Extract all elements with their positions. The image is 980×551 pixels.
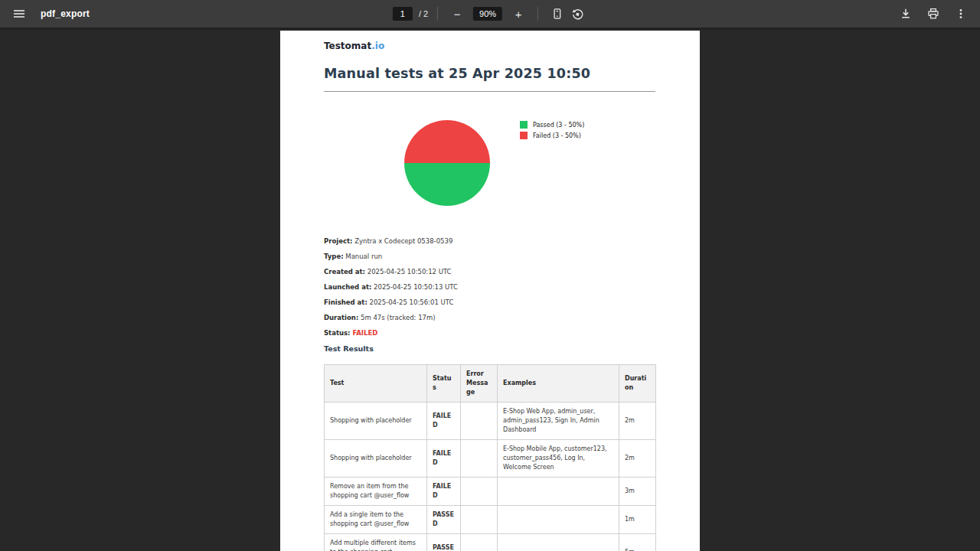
fit-to-page-icon [551, 8, 564, 20]
cell-error [461, 440, 498, 478]
logo-suffix: .io [371, 41, 384, 51]
detail-line: Created at: 2025-04-25 10:50:12 UTC [324, 269, 655, 276]
test-results-table: TestStatusError MessageExamplesDuration … [324, 364, 656, 551]
cell-status: PASSED [427, 506, 461, 534]
cell-test: Shopping with placeholder [325, 403, 427, 440]
cell-error [461, 478, 498, 506]
section-title: Test Results [324, 344, 374, 353]
cell-status: PASSED [427, 534, 461, 551]
toolbar-divider [537, 7, 538, 21]
page-number-input[interactable] [393, 7, 413, 21]
detail-line: Launched at: 2025-04-25 10:50:13 UTC [324, 284, 655, 291]
cell-test: Shopping with placeholder [325, 440, 427, 478]
rotate-counterclockwise-icon [571, 8, 584, 21]
table-row: Add multiple different items to the shop… [325, 534, 656, 551]
legend-swatch-icon [520, 121, 528, 129]
cell-duration: 5m [619, 534, 656, 551]
toolbar-divider [437, 7, 438, 21]
cell-duration: 3m [619, 478, 656, 506]
kebab-menu-icon [955, 8, 967, 20]
testomat-logo: Testomat.io [324, 41, 384, 51]
cell-status: FAILED [427, 403, 461, 440]
detail-line: Duration: 5m 47s (tracked: 17m) [324, 315, 655, 321]
run-details: Project: Zyntra x Codecept 0538-0539Type… [324, 238, 655, 345]
more-options-button[interactable] [951, 4, 971, 24]
legend-swatch-icon [520, 132, 528, 139]
cell-test: Remove an item from the shopping cart @u… [325, 478, 427, 506]
detail-line: Project: Zyntra x Codecept 0538-0539 [324, 238, 655, 245]
cell-duration: 2m [619, 403, 656, 440]
cell-examples [498, 478, 619, 506]
cell-test: Add a single item to the shopping cart @… [325, 506, 427, 534]
column-header: Status [427, 365, 461, 403]
report-title: Manual tests at 25 Apr 2025 10:50 [324, 66, 655, 81]
table-row: Shopping with placeholderFAILEDE-Shop Mo… [325, 440, 656, 478]
cell-duration: 2m [619, 440, 656, 478]
title-divider [324, 91, 655, 92]
zoom-in-button[interactable]: + [508, 4, 528, 24]
zoom-out-button[interactable]: − [447, 4, 467, 24]
logo-brand: Testomat [324, 41, 371, 51]
cell-error [461, 506, 498, 534]
legend-label: Passed (3 - 50%) [533, 122, 584, 129]
cell-examples [498, 534, 619, 551]
menu-button[interactable] [9, 4, 29, 24]
minus-icon: − [454, 8, 461, 20]
cell-status: FAILED [427, 478, 461, 506]
column-header: Error Message [461, 365, 498, 403]
cell-test: Add multiple different items to the shop… [325, 534, 427, 551]
pdf-viewer-toolbar: pdf_export / 2 − 90% + [0, 0, 980, 28]
detail-line: Type: Manual run [324, 253, 655, 260]
cell-examples: E-Shop Mobile App, customer123, customer… [498, 440, 619, 478]
cell-duration: 1m [619, 506, 656, 534]
print-button[interactable] [923, 4, 943, 24]
zoom-level-display[interactable]: 90% [473, 7, 502, 21]
legend-item: Passed (3 - 50%) [520, 121, 584, 129]
cell-status: FAILED [427, 440, 461, 478]
column-header: Duration [619, 365, 656, 403]
legend-item: Failed (3 - 50%) [520, 132, 584, 139]
download-button[interactable] [896, 4, 916, 24]
print-icon [927, 8, 939, 20]
cell-error [461, 403, 498, 440]
plus-icon: + [515, 8, 522, 20]
fit-to-page-button[interactable] [547, 4, 567, 24]
rotate-button[interactable] [567, 4, 587, 24]
page-count-label: / 2 [419, 9, 428, 18]
cell-examples: E-Shop Web App, admin_user, admin_pass12… [498, 403, 619, 440]
chart-legend: Passed (3 - 50%)Failed (3 - 50%) [520, 121, 584, 142]
table-row: Remove an item from the shopping cart @u… [325, 478, 656, 506]
table-row: Shopping with placeholderFAILEDE-Shop We… [325, 403, 656, 440]
cell-error [461, 534, 498, 551]
detail-line: Status: FAILED [324, 330, 655, 337]
column-header: Examples [498, 365, 619, 403]
pie-chart [404, 120, 490, 206]
download-icon [900, 8, 912, 20]
detail-line: Finished at: 2025-04-25 10:56:01 UTC [324, 299, 655, 306]
pdf-page: Testomat.io Manual tests at 25 Apr 2025 … [280, 31, 700, 551]
table-header-row: TestStatusError MessageExamplesDuration [325, 365, 656, 403]
hamburger-icon [13, 8, 25, 20]
document-title: pdf_export [41, 8, 90, 19]
column-header: Test [325, 365, 427, 403]
cell-examples [498, 506, 619, 534]
table-row: Add a single item to the shopping cart @… [325, 506, 656, 534]
legend-label: Failed (3 - 50%) [533, 132, 581, 139]
